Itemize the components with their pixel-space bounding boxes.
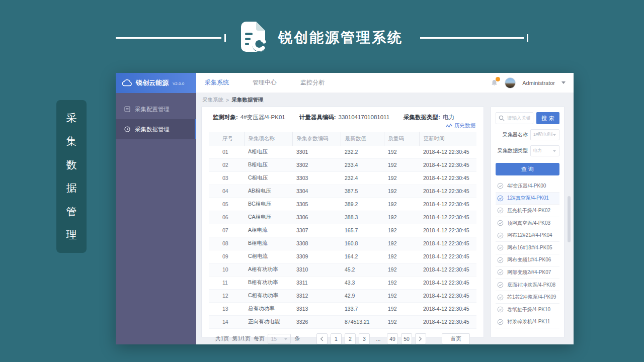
check-circle-icon xyxy=(497,220,504,226)
page-button-49[interactable]: 49 xyxy=(387,333,398,344)
table-cell: 2018-4-12 22:30:45 xyxy=(419,250,476,263)
per-page-select[interactable]: 15 xyxy=(268,334,291,344)
device-item[interactable]: 底面衬冲浆泵/4-PK08 xyxy=(496,279,559,292)
table-cell: 2018-4-12 22:30:45 xyxy=(419,185,476,198)
app-sidebar: 锐创云能源 V2.0.0 采集配置管理采集数据管理 xyxy=(116,73,196,344)
page-title: 锐创能源管理系统 xyxy=(278,28,403,47)
vertical-scrollbar-thumb[interactable] xyxy=(568,196,571,242)
nav-item-2[interactable]: 监控分析 xyxy=(300,78,325,87)
per-page-value: 15 xyxy=(271,336,277,342)
device-name: 12#真空泵/4-PK01 xyxy=(507,195,549,202)
notification-bell-icon[interactable] xyxy=(491,79,498,87)
page-button-50[interactable]: 50 xyxy=(401,333,412,344)
breadcrumb-link[interactable]: 采集系统 xyxy=(202,97,223,104)
page-buttons: 123...4950 xyxy=(316,333,426,344)
search-input[interactable]: 请输入关键字 xyxy=(496,112,533,124)
table-cell: 3309 xyxy=(292,250,341,263)
history-data-link-label: 历史数据 xyxy=(454,122,475,129)
user-menu-chevron-down-icon[interactable] xyxy=(561,81,566,84)
table-row: 02B相电压3302233.41922018-4-12 22:30:45 xyxy=(209,159,476,172)
info-field-2: 采集数据类型:电力 xyxy=(404,114,454,121)
table-cell: B相电压 xyxy=(244,159,292,172)
prev-page-button[interactable] xyxy=(316,333,328,344)
first-page-button[interactable]: 首页 xyxy=(442,333,470,344)
table-column-header: 质量码 xyxy=(384,132,419,146)
nav-item-0[interactable]: 采集系统 xyxy=(205,78,229,87)
check-circle-icon xyxy=(497,294,504,301)
pagination: 共1页 第1/1页 每页 15 条 123...4950 xyxy=(202,329,484,350)
username[interactable]: Administrator xyxy=(522,80,555,86)
user-avatar[interactable] xyxy=(505,77,516,88)
table-cell: 192 xyxy=(384,277,419,290)
table-row: 01A相电压3301232.21922018-4-12 22:30:45 xyxy=(209,146,476,159)
filter-row-1: 采集数据类型电力 xyxy=(496,145,559,156)
device-item[interactable]: 卷纸缸干燥/4-PK10 xyxy=(496,304,559,316)
filter-select-1[interactable]: 电力 xyxy=(530,145,559,156)
device-name: 底面衬冲浆泵/4-PK08 xyxy=(507,282,555,289)
history-row: 历史数据 xyxy=(202,122,484,132)
nav-item-1[interactable]: 管理中心 xyxy=(253,78,277,87)
table-cell: 10 xyxy=(209,263,244,277)
device-item[interactable]: 网布16#18#/4-PK05 xyxy=(496,242,559,254)
sidebar-item-config[interactable]: 采集配置管理 xyxy=(116,99,196,119)
table-cell: 3307 xyxy=(292,224,341,237)
device-name: 顶网真空泵/4-PK03 xyxy=(507,220,550,227)
info-value: 电力 xyxy=(443,114,454,120)
table-cell: 09 xyxy=(209,250,244,263)
table-cell: 2018-4-12 22:30:45 xyxy=(419,263,476,277)
table-cell: 3312 xyxy=(292,290,341,303)
table-cell: 2018-4-12 22:30:45 xyxy=(419,146,476,159)
table-column-header: 序号 xyxy=(209,132,244,146)
sidebar-item-label: 采集配置管理 xyxy=(135,106,170,113)
search-button[interactable]: 搜索 xyxy=(536,112,559,124)
app-logo-text: 锐创云能源 xyxy=(136,78,169,87)
device-item[interactable]: 12#真空泵/4-PK01 xyxy=(496,193,559,205)
per-page-chevron-down-icon xyxy=(284,338,287,340)
pagination-total: 共1页 xyxy=(215,335,229,342)
sidebar-item-data[interactable]: 采集数据管理 xyxy=(116,119,196,139)
device-item[interactable]: 衬浆碎浆机/4-PK11 xyxy=(496,316,559,329)
table-cell: 2018-4-12 22:30:45 xyxy=(419,198,476,211)
table-cell: 192 xyxy=(384,263,419,277)
history-data-link[interactable]: 历史数据 xyxy=(446,122,475,129)
table-cell: 389.2 xyxy=(341,198,384,211)
page-button-3[interactable]: 3 xyxy=(359,333,370,344)
table-row: 13总有功功率3313133.71922018-4-12 22:30:45 xyxy=(209,303,476,316)
device-item[interactable]: 芯1芯2冲浆泵/4-PK09 xyxy=(496,291,559,304)
filter-select-0[interactable]: 1#配电房采集器 xyxy=(530,129,559,140)
page-number-buttons: 123...4950 xyxy=(331,333,412,344)
table-row: 06CA相电压3306388.31922018-4-12 22:30:45 xyxy=(209,211,476,224)
table-cell: 233.4 xyxy=(341,159,384,172)
table-cell: 2018-4-12 22:30:45 xyxy=(419,277,476,290)
device-item[interactable]: 网部变频2#/4-PK07 xyxy=(496,266,559,279)
table-cell: 2018-4-12 22:30:45 xyxy=(419,172,476,185)
document-logo-icon xyxy=(239,22,267,54)
breadcrumb: 采集系统>采集数据管理 xyxy=(196,93,574,107)
table-row: 10A相有功功率331045.21922018-4-12 22:30:45 xyxy=(209,263,476,277)
next-page-button[interactable] xyxy=(415,333,426,344)
device-list: 4#变压器/4-PK0012#真空泵/4-PK01压光机干燥/4-PK02顶网真… xyxy=(496,180,559,337)
table-cell: 133.7 xyxy=(341,303,384,316)
table-cell: B相电流 xyxy=(244,237,292,250)
header-line-right xyxy=(420,37,524,39)
device-item[interactable]: 4#变压器/4-PK00 xyxy=(496,180,559,193)
table-cell: 43.3 xyxy=(341,277,384,290)
filter-select-value: 电力 xyxy=(533,148,542,154)
device-item[interactable]: 网布变频1#/4-PK06 xyxy=(496,254,559,267)
device-item[interactable]: 网布12#21#/4-PK04 xyxy=(496,229,559,242)
device-item[interactable]: 压光机干燥/4-PK02 xyxy=(496,205,559,217)
config-grid-icon xyxy=(124,106,130,112)
breadcrumb-current: 采集数据管理 xyxy=(231,97,263,104)
query-button[interactable]: 查询 xyxy=(496,163,559,175)
page-button-1[interactable]: 1 xyxy=(331,333,342,344)
table-cell: 165.7 xyxy=(341,224,384,237)
table-cell: C相有功功率 xyxy=(244,290,292,303)
info-field-1: 计量器具编码:3301041701081011 xyxy=(299,114,389,121)
table-column-header: 采集项名称 xyxy=(244,132,292,146)
page-button-2[interactable]: 2 xyxy=(345,333,356,344)
clock-icon xyxy=(124,126,130,132)
device-item[interactable]: 顶网真空泵/4-PK03 xyxy=(496,217,559,230)
table-cell: A相电流 xyxy=(244,224,292,237)
table-cell: 13 xyxy=(209,303,244,316)
table-cell: 874513.21 xyxy=(341,316,384,329)
